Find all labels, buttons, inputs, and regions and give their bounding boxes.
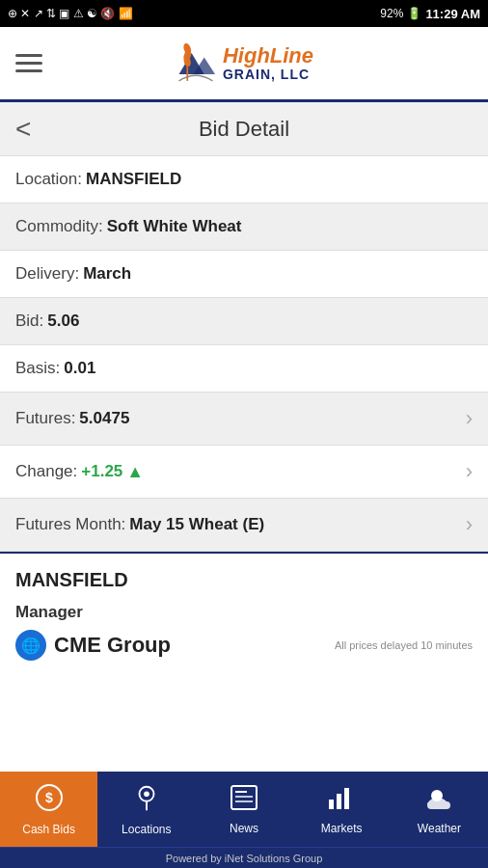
svg-rect-11 xyxy=(231,786,257,809)
cash-bids-label: Cash Bids xyxy=(22,823,75,836)
back-chevron-icon: < xyxy=(15,114,31,144)
svg-rect-16 xyxy=(337,794,341,809)
commodity-label: Commodity: xyxy=(15,217,103,236)
menu-line-1 xyxy=(15,54,42,57)
futures-month-value: May 15 Wheat (E) xyxy=(129,515,264,534)
nav-item-weather[interactable]: Weather xyxy=(391,772,488,847)
basis-label: Basis: xyxy=(15,359,60,378)
delivery-label: Delivery: xyxy=(15,264,79,284)
nav-item-markets[interactable]: Markets xyxy=(293,772,391,847)
cme-group-text: CME Group xyxy=(54,633,171,658)
futures-month-row[interactable]: Futures Month: May 15 Wheat (E) › xyxy=(0,499,488,552)
status-bar: ⊕ ✕ ↗ ⇅ ▣ ⚠ ☯ 🔇 📶 92% 🔋 11:29 AM xyxy=(0,0,488,27)
futures-chevron-icon: › xyxy=(466,406,473,431)
cme-row: 🌐 CME Group All prices delayed 10 minute… xyxy=(15,630,473,661)
cash-bids-icon: $ xyxy=(35,783,64,819)
bid-row: Bid: 5.06 xyxy=(0,298,488,345)
manager-label: Manager xyxy=(15,603,473,622)
signal-icons: ⊕ ✕ ↗ ⇅ ▣ ⚠ ☯ 🔇 📶 xyxy=(8,7,133,20)
bottom-nav: $ Cash Bids Locations News xyxy=(0,772,488,847)
bid-detail-content: Location: MANSFIELD Commodity: Soft Whit… xyxy=(0,156,488,552)
cme-globe-icon: 🌐 xyxy=(15,630,46,661)
app-header: HighLine GRAIN, LLC xyxy=(0,27,488,102)
location-row-left: Location: MANSFIELD xyxy=(15,170,181,189)
bid-value: 5.06 xyxy=(47,312,79,331)
battery-icon: 🔋 xyxy=(407,7,421,20)
markets-label: Markets xyxy=(321,822,363,835)
weather-icon xyxy=(423,784,454,818)
bid-label: Bid: xyxy=(15,312,43,331)
svg-point-9 xyxy=(144,791,149,797)
change-row-left: Change: +1.25 ▲ xyxy=(15,462,144,482)
prices-delayed-note: All prices delayed 10 minutes xyxy=(335,639,473,651)
delivery-value: March xyxy=(83,264,131,284)
futures-month-chevron-icon: › xyxy=(466,512,473,537)
futures-label: Futures: xyxy=(15,409,75,428)
svg-rect-17 xyxy=(344,788,349,809)
menu-line-2 xyxy=(15,62,42,65)
logo-sub-text: GRAIN, LLC xyxy=(223,68,313,82)
futures-row-left: Futures: 5.0475 xyxy=(15,409,129,428)
change-chevron-icon: › xyxy=(466,459,473,484)
menu-button[interactable] xyxy=(15,54,42,72)
powered-by-bar: Powered by iNet Solutions Group xyxy=(0,847,488,868)
nav-item-cash-bids[interactable]: $ Cash Bids xyxy=(0,772,97,847)
nav-item-locations[interactable]: Locations xyxy=(97,772,195,847)
battery-percent: 92% xyxy=(380,7,403,20)
status-icons-right: 92% 🔋 11:29 AM xyxy=(380,7,480,21)
change-label: Change: xyxy=(15,462,77,481)
cme-group: 🌐 CME Group xyxy=(15,630,171,661)
basis-row-left: Basis: 0.01 xyxy=(15,359,95,378)
commodity-row: Commodity: Soft White Wheat xyxy=(0,203,488,251)
logo-wheat-icon xyxy=(175,41,217,87)
powered-by-text: Powered by iNet Solutions Group xyxy=(166,853,323,864)
menu-line-3 xyxy=(15,69,42,72)
futures-value: 5.0475 xyxy=(79,409,129,428)
commodity-value: Soft White Wheat xyxy=(107,217,242,236)
commodity-row-left: Commodity: Soft White Wheat xyxy=(15,217,241,236)
svg-rect-15 xyxy=(329,800,334,809)
news-label: News xyxy=(230,822,258,835)
weather-label: Weather xyxy=(418,822,461,835)
svg-text:$: $ xyxy=(45,790,53,805)
status-time: 11:29 AM xyxy=(425,7,480,21)
basis-value: 0.01 xyxy=(64,359,95,378)
status-icons-left: ⊕ ✕ ↗ ⇅ ▣ ⚠ ☯ 🔇 📶 xyxy=(8,7,133,20)
markets-icon xyxy=(327,784,356,818)
page-nav-bar: < Bid Detail xyxy=(0,102,488,156)
futures-month-label: Futures Month: xyxy=(15,515,125,534)
futures-month-row-left: Futures Month: May 15 Wheat (E) xyxy=(15,515,264,534)
location-label: Location: xyxy=(15,170,82,189)
page-title: Bid Detail xyxy=(199,117,289,142)
delivery-row: Delivery: March xyxy=(0,251,488,298)
nav-item-news[interactable]: News xyxy=(195,772,292,847)
back-button[interactable]: < xyxy=(15,116,31,143)
up-arrow-icon: ▲ xyxy=(126,462,144,482)
location-section-name: MANSFIELD xyxy=(15,569,473,591)
location-section: MANSFIELD Manager 🌐 CME Group All prices… xyxy=(0,552,488,665)
locations-icon xyxy=(133,783,160,819)
bid-row-left: Bid: 5.06 xyxy=(15,312,79,331)
change-row[interactable]: Change: +1.25 ▲ › xyxy=(0,446,488,499)
basis-row: Basis: 0.01 xyxy=(0,345,488,393)
futures-row[interactable]: Futures: 5.0475 › xyxy=(0,393,488,446)
logo: HighLine GRAIN, LLC xyxy=(175,41,313,87)
location-row: Location: MANSFIELD xyxy=(0,156,488,203)
location-value: MANSFIELD xyxy=(86,170,181,189)
change-value: +1.25 xyxy=(81,462,122,481)
news-icon xyxy=(230,784,258,818)
logo-main-text: HighLine xyxy=(223,44,313,68)
locations-label: Locations xyxy=(122,823,171,836)
logo-text: HighLine GRAIN, LLC xyxy=(223,44,313,83)
delivery-row-left: Delivery: March xyxy=(15,264,131,284)
